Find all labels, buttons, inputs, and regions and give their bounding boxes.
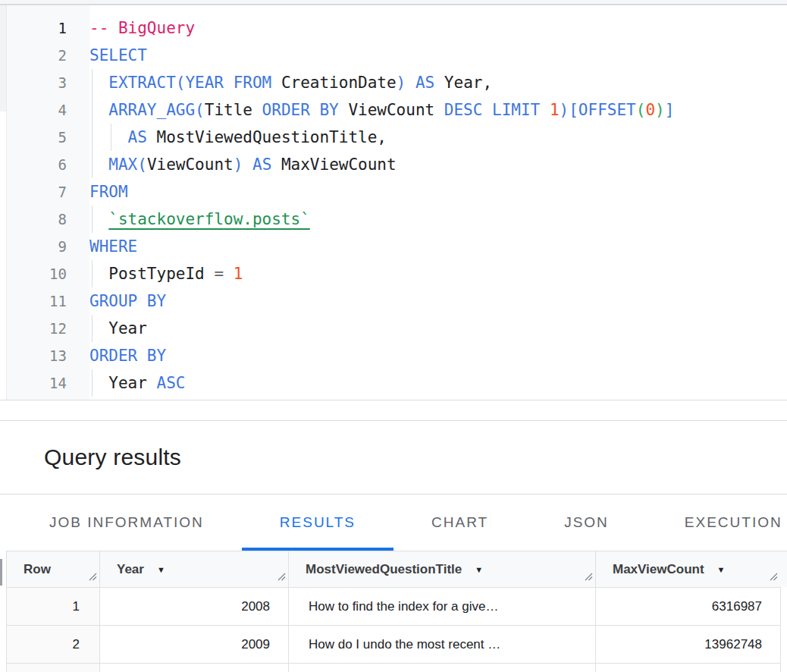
column-header-maxviewcount[interactable]: MaxViewCount▼ [596, 551, 781, 588]
line-number: 2 [7, 42, 89, 69]
table-row: 12008How to find the index for a give…63… [7, 588, 781, 626]
indent-guide-line [92, 96, 92, 124]
indent-guide-line [92, 369, 92, 397]
code-line[interactable]: AS MostViewedQuestionTitle, [89, 124, 787, 151]
line-number: 9 [7, 233, 89, 260]
cell[interactable] [289, 664, 596, 672]
tab-label: JOB INFORMATION [49, 514, 204, 531]
code-token: EXTRACT(YEAR FROM [108, 74, 271, 92]
code-token: 1 [234, 265, 243, 283]
column-menu-arrow-icon[interactable]: ▼ [475, 565, 483, 574]
code-token: CreationDate [271, 74, 396, 92]
table-row-partial [7, 664, 781, 672]
panel-resize-divider[interactable] [0, 400, 787, 421]
code-line[interactable]: ARRAY_AGG(Title ORDER BY ViewCount DESC … [89, 96, 787, 124]
code-line[interactable]: MAX(ViewCount) AS MaxViewCount [89, 151, 787, 178]
column-label: MaxViewCount [613, 562, 704, 576]
cell[interactable]: 2009 [100, 626, 289, 664]
column-resize-handle-icon[interactable] [277, 570, 286, 585]
cell[interactable]: 13962748 [596, 626, 781, 664]
tab-chart[interactable]: CHART [394, 495, 526, 551]
code-token: SELECT [89, 46, 147, 64]
cell[interactable]: 2 [7, 626, 100, 664]
column-resize-handle-icon[interactable] [89, 570, 97, 585]
code-token: GROUP BY [89, 292, 166, 310]
indent-guide-line [92, 69, 92, 96]
cell[interactable] [596, 664, 781, 672]
code-token: ORDER BY [252, 101, 339, 119]
cell[interactable]: How to find the index for a give… [289, 588, 596, 626]
line-number: 4 [7, 96, 89, 124]
sql-editor[interactable]: 1234567891011121314 -- BigQuerySELECT EX… [0, 5, 787, 400]
column-header-row[interactable]: Row [7, 551, 100, 588]
code-token: ) [234, 155, 243, 174]
code-token: Year [108, 319, 147, 338]
editor-scrollbar-thumb[interactable] [0, 5, 6, 111]
cell[interactable] [100, 664, 289, 672]
code-line[interactable]: WHERE [89, 233, 787, 260]
tab-label: CHART [431, 514, 488, 531]
code-area[interactable]: -- BigQuerySELECT EXTRACT(YEAR FROM Crea… [89, 5, 787, 400]
code-token [243, 155, 252, 174]
code-line[interactable]: GROUP BY [89, 287, 787, 315]
column-header-mostviewedquestiontitle[interactable]: MostViewedQuestionTitle▼ [289, 551, 596, 588]
code-line[interactable]: Year ASC [89, 369, 787, 397]
results-table: RowYear▼MostViewedQuestionTitle▼MaxViewC… [6, 551, 781, 672]
code-line[interactable]: EXTRACT(YEAR FROM CreationDate) AS Year, [89, 69, 787, 96]
tab-execution-details[interactable]: EXECUTION DETAILS [647, 495, 787, 551]
tab-job-information[interactable]: JOB INFORMATION [11, 495, 242, 551]
header-overflow-strip [780, 551, 787, 587]
code-line[interactable]: PostTypeId = 1 [89, 260, 787, 287]
tab-json[interactable]: JSON [526, 495, 647, 551]
tab-label: RESULTS [280, 514, 356, 531]
code-line[interactable]: SELECT [89, 42, 787, 69]
line-number: 1 [7, 14, 89, 42]
cell[interactable] [7, 664, 100, 672]
code-token: ViewCount [339, 101, 434, 119]
code-token: ASC [147, 374, 186, 392]
code-line[interactable]: FROM [89, 178, 787, 206]
column-resize-handle-icon[interactable] [770, 570, 778, 585]
column-menu-arrow-icon[interactable]: ▼ [157, 565, 165, 574]
table-header-row: RowYear▼MostViewedQuestionTitle▼MaxViewC… [7, 551, 781, 588]
editor-left-rail [0, 5, 7, 400]
column-header-year[interactable]: Year▼ [100, 551, 289, 588]
query-results-title: Query results [44, 444, 181, 470]
code-token: ORDER BY [89, 347, 166, 365]
left-scrollbar-thumb[interactable] [0, 559, 2, 586]
code-line[interactable]: ORDER BY [89, 342, 787, 369]
code-line[interactable]: Year [89, 315, 787, 342]
cell[interactable]: How do I undo the most recent … [289, 626, 596, 664]
column-resize-handle-icon[interactable] [585, 570, 593, 585]
code-token: AS [415, 74, 434, 92]
line-number: 7 [7, 178, 89, 206]
cell[interactable]: 6316987 [596, 588, 781, 626]
code-token: PostTypeId [108, 265, 204, 283]
column-label: Row [24, 562, 51, 576]
column-label: MostViewedQuestionTitle [306, 562, 462, 576]
code-token: 1 [540, 101, 559, 119]
query-results-header: Query results [0, 421, 787, 495]
code-token: ARRAY_AGG( [108, 101, 204, 119]
line-number-gutter: 1234567891011121314 [7, 5, 89, 400]
code-line[interactable]: -- BigQuery [89, 14, 787, 42]
code-token: MaxViewCount [271, 155, 396, 174]
line-number: 12 [7, 315, 89, 342]
line-number: 5 [7, 124, 89, 151]
line-number: 14 [7, 369, 89, 397]
code-token: = [205, 265, 234, 283]
column-menu-arrow-icon[interactable]: ▼ [717, 565, 726, 574]
tab-results[interactable]: RESULTS [242, 495, 394, 551]
code-token: ] [665, 101, 675, 119]
code-line[interactable]: `stackoverflow.posts` [89, 206, 787, 233]
results-tabbar: JOB INFORMATIONRESULTSCHARTJSONEXECUTION… [0, 495, 787, 551]
table-row: 22009How do I undo the most recent …1396… [7, 626, 781, 664]
code-token: Title [205, 101, 252, 119]
tab-label: EXECUTION DETAILS [685, 514, 787, 531]
indent-guide-line [92, 206, 92, 233]
tab-label: JSON [564, 514, 609, 531]
code-token: ) [655, 101, 665, 119]
line-number: 8 [7, 206, 89, 233]
cell[interactable]: 2008 [100, 588, 289, 626]
cell[interactable]: 1 [7, 588, 100, 626]
